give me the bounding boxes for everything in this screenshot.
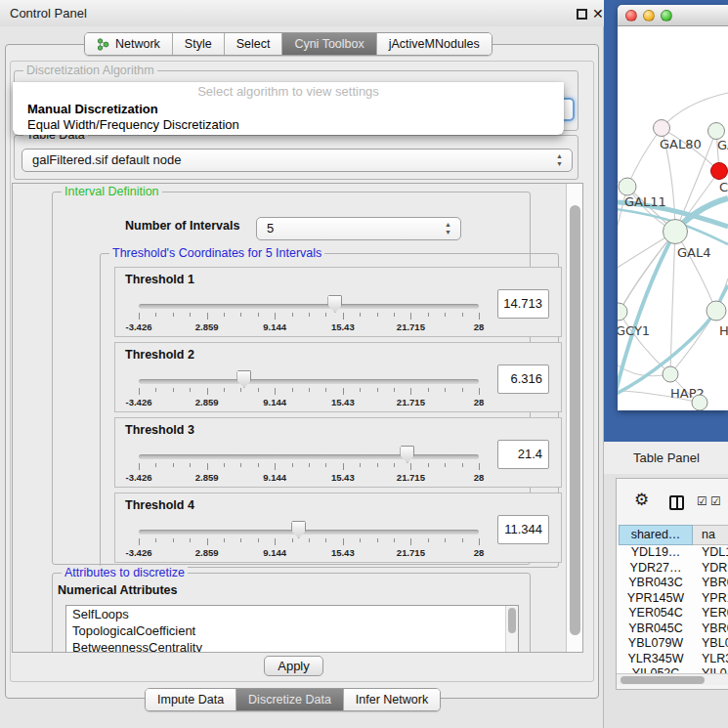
apply-button[interactable]: Apply: [264, 656, 323, 676]
slider-tick: [207, 538, 208, 545]
list-scrollbar[interactable]: [505, 606, 518, 653]
cell-shared-name[interactable]: YBR045C: [619, 621, 693, 637]
cell-shared-name[interactable]: YER054C: [619, 606, 693, 621]
tab-select[interactable]: Select: [224, 33, 282, 55]
cell-name[interactable]: YDR2: [693, 561, 728, 577]
network-node[interactable]: [664, 220, 688, 244]
cell-name[interactable]: YBR0: [693, 621, 728, 637]
network-node[interactable]: [654, 120, 670, 137]
cell-name[interactable]: YBR0: [693, 576, 728, 591]
table-row[interactable]: YBL079WYBL0: [617, 636, 728, 652]
tab-style[interactable]: Style: [172, 33, 224, 55]
network-node[interactable]: [708, 123, 725, 140]
tab-discretize-data[interactable]: Discretize Data: [236, 689, 343, 710]
combo-stepper-icon[interactable]: ▲▼: [555, 152, 564, 168]
number-of-intervals-combobox[interactable]: 5 ▲▼: [256, 217, 461, 240]
tab-infer-network[interactable]: Infer Network: [343, 689, 440, 710]
cell-shared-name[interactable]: YIL052C: [619, 666, 693, 673]
slider-tick: [155, 313, 156, 317]
attribute-list-item[interactable]: SelfLoops: [66, 606, 518, 622]
network-edge[interactable]: [675, 232, 716, 311]
table-row[interactable]: YLR345WYLR3: [617, 652, 728, 667]
table-row[interactable]: YER054CYER0: [617, 606, 728, 621]
slider-tick-label: 15.43: [331, 547, 355, 558]
threshold-slider-thumb[interactable]: [236, 370, 251, 388]
threshold-slider-thumb[interactable]: [400, 446, 414, 463]
cell-name[interactable]: YER0: [693, 606, 728, 621]
scrollbar-thumb[interactable]: [621, 676, 705, 684]
checkbox-icon[interactable]: ☑: [697, 494, 707, 508]
close-icon[interactable]: ✕: [592, 5, 604, 22]
tab-label: Infer Network: [356, 693, 428, 707]
dropdown-item-equal-width-frequency[interactable]: Equal Width/Frequency Discretization: [27, 117, 239, 133]
gear-icon[interactable]: ⚙: [634, 490, 649, 510]
network-node[interactable]: [619, 178, 636, 195]
table-horizontal-scrollbar[interactable]: [617, 673, 728, 685]
cell-name[interactable]: YPR1: [693, 591, 728, 607]
network-edge[interactable]: [627, 128, 662, 187]
threshold-panel: Threshold 4-3.4262.8599.14415.4321.71528…: [114, 492, 562, 563]
threshold-slider-track[interactable]: [139, 454, 479, 459]
tab-network[interactable]: Network: [85, 33, 172, 55]
slider-tick: [139, 463, 140, 470]
network-node[interactable]: [692, 395, 707, 410]
threshold-slider-track[interactable]: [139, 530, 479, 535]
table-row[interactable]: YDR27…YDR2: [617, 561, 728, 577]
slider-tick: [394, 538, 395, 542]
slider-tick: [258, 313, 259, 317]
network-window-titlebar[interactable]: [618, 5, 728, 26]
cell-shared-name[interactable]: YPR145W: [619, 591, 693, 607]
network-node[interactable]: [663, 366, 678, 382]
cell-name[interactable]: YDL1: [693, 545, 728, 561]
table-row[interactable]: YBR043CYBR0: [617, 576, 728, 591]
threshold-value-field[interactable]: 14.713: [497, 289, 549, 319]
threshold-slider-track[interactable]: [139, 304, 479, 309]
tab-impute-data[interactable]: Impute Data: [146, 689, 236, 710]
tab-cyni-toolbox[interactable]: Cyni Toolbox: [281, 33, 375, 55]
attribute-list-item[interactable]: BetweennessCentrality: [66, 639, 518, 653]
threshold-value-field[interactable]: 6.316: [497, 364, 549, 394]
attribute-list-item[interactable]: TopologicalCoefficient: [66, 622, 518, 639]
table-row[interactable]: YPR145WYPR1: [617, 591, 728, 607]
cell-shared-name[interactable]: YBL079W: [619, 636, 693, 652]
network-node[interactable]: [618, 303, 627, 321]
network-node[interactable]: [707, 301, 726, 321]
slider-tick: [240, 538, 241, 542]
cell-name[interactable]: YBL0: [693, 636, 728, 652]
close-traffic-light-icon[interactable]: [625, 10, 637, 21]
cell-shared-name[interactable]: YDR27…: [619, 561, 693, 577]
scrollbar-thumb[interactable]: [508, 608, 516, 633]
cell-shared-name[interactable]: YLR345W: [619, 652, 693, 667]
threshold-value-field[interactable]: 11.344: [497, 515, 549, 544]
cell-shared-name[interactable]: YBR043C: [619, 576, 693, 591]
network-node[interactable]: [711, 163, 728, 180]
pane-scrollbar[interactable]: [566, 184, 583, 652]
threshold-slider-thumb[interactable]: [291, 521, 306, 538]
slider-tick: [292, 538, 293, 542]
dropdown-item-manual-discretization[interactable]: Manual Discretization: [27, 102, 158, 117]
threshold-slider-thumb[interactable]: [327, 295, 342, 313]
float-window-icon[interactable]: [577, 9, 587, 20]
table-row[interactable]: YIL052CYIL0: [617, 666, 728, 673]
network-edge[interactable]: [619, 232, 675, 312]
threshold-slider-track[interactable]: [139, 379, 479, 384]
column-header-name[interactable]: na: [693, 525, 728, 545]
network-canvas[interactable]: GAL80GACGAL11GAL4GCY1HHAP2: [618, 26, 728, 410]
column-header-shared-name[interactable]: shared…: [619, 525, 693, 545]
zoom-traffic-light-icon[interactable]: [661, 10, 672, 21]
columns-icon[interactable]: [669, 495, 684, 510]
table-row[interactable]: YBR045CYBR0: [617, 621, 728, 637]
cell-name[interactable]: YIL0: [693, 666, 728, 673]
cell-name[interactable]: YLR3: [693, 652, 728, 667]
table-row[interactable]: YDL19…YDL1: [617, 545, 728, 561]
group-title: Threshold's Coordinates for 5 Intervals: [109, 246, 324, 261]
tab-jactivemnodules[interactable]: jActiveMNodules: [376, 33, 492, 55]
scrollbar-thumb[interactable]: [570, 205, 580, 635]
numerical-attributes-list[interactable]: SelfLoopsTopologicalCoefficientBetweenne…: [65, 605, 519, 653]
threshold-value-field[interactable]: 21.4: [497, 440, 549, 469]
checkbox-icon[interactable]: ☑: [710, 494, 721, 508]
combo-stepper-icon[interactable]: ▲▼: [444, 221, 452, 236]
minimize-traffic-light-icon[interactable]: [643, 10, 655, 21]
table-data-combobox[interactable]: galFiltered.sif default node ▲▼: [21, 149, 573, 172]
cell-shared-name[interactable]: YDL19…: [619, 545, 693, 561]
